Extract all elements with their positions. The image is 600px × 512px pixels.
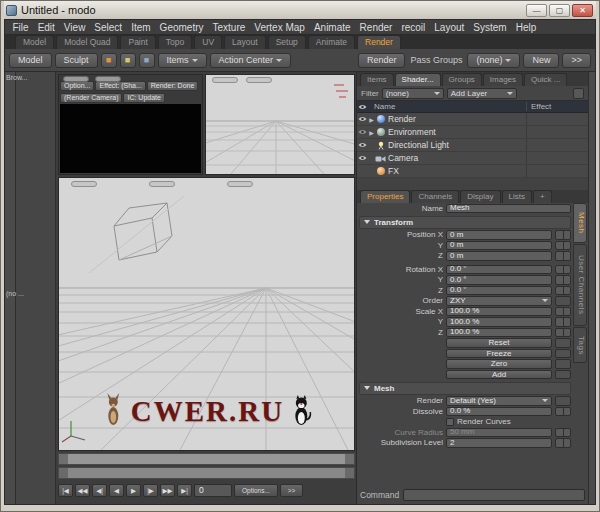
timeline-track[interactable]	[58, 453, 355, 465]
tab-setup[interactable]: Setup	[268, 35, 306, 49]
freeze-button[interactable]: Freeze	[446, 349, 552, 359]
menu-view[interactable]: View	[59, 22, 90, 33]
maximize-button[interactable]: ▢	[549, 4, 570, 17]
tab-images[interactable]: Images	[483, 73, 523, 86]
item-row-environment[interactable]: ▶ Environment	[357, 126, 588, 139]
channel-buttons[interactable]	[555, 241, 571, 251]
command-input[interactable]	[403, 489, 585, 501]
channel-buttons[interactable]	[555, 265, 571, 275]
tab-add[interactable]: +	[533, 190, 552, 203]
tab-shader[interactable]: Shader...	[395, 73, 441, 86]
menu-file[interactable]: File	[8, 22, 33, 33]
visibility-toggle[interactable]	[357, 155, 368, 161]
menu-geometry[interactable]: Geometry	[155, 22, 208, 33]
expand-arrow-icon[interactable]: ▶	[368, 116, 375, 123]
tab-paint[interactable]: Paint	[120, 35, 155, 49]
menu-help[interactable]: Help	[511, 22, 541, 33]
browser-strip[interactable]: Brow... (no ...	[5, 72, 16, 504]
channel-buttons[interactable]	[555, 286, 571, 296]
item-label[interactable]: Render	[386, 114, 526, 124]
browser-tab-label[interactable]: Brow...	[6, 74, 27, 81]
viewport-pill[interactable]	[246, 77, 272, 83]
visibility-toggle[interactable]	[357, 129, 368, 135]
visibility-toggle[interactable]	[357, 116, 368, 122]
tab-display[interactable]: Display	[460, 190, 500, 203]
tab-render[interactable]: Render	[357, 35, 401, 49]
render-camera-button[interactable]: (Render Camera)	[60, 93, 122, 103]
collapsed-viewport-label[interactable]: (no ...	[6, 290, 24, 297]
position-x-field[interactable]: 0 m	[446, 230, 552, 240]
play-reverse-button[interactable]: ◀	[109, 484, 124, 497]
side-tab-mesh[interactable]: Mesh	[573, 203, 587, 243]
menu-select[interactable]: Select	[90, 22, 127, 33]
ic-update-button[interactable]: IC: Update	[123, 93, 164, 103]
channel-buttons[interactable]	[555, 230, 571, 240]
tab-uv[interactable]: UV	[194, 35, 222, 49]
next-keyframe-button[interactable]: ▶▶	[160, 484, 175, 497]
tab-animate[interactable]: Animate	[308, 35, 355, 49]
render-curves-checkbox[interactable]	[446, 418, 454, 426]
rotation-x-field[interactable]: 0.0 °	[446, 265, 552, 275]
pass-groups-dropdown[interactable]: (none)	[467, 53, 520, 68]
side-tab-user-channels[interactable]: User Channels	[573, 244, 587, 326]
play-button[interactable]: ▶	[126, 484, 141, 497]
viewport-pill[interactable]	[95, 76, 121, 82]
position-y-field[interactable]: 0 m	[446, 241, 552, 251]
items-mode-dropdown[interactable]: Items	[158, 53, 207, 68]
side-tab-tags[interactable]: Tags	[573, 327, 587, 363]
rotation-z-field[interactable]: 0.0 °	[446, 286, 552, 296]
tab-lists[interactable]: Lists	[502, 190, 532, 203]
freeze-popup-button[interactable]	[555, 349, 571, 359]
expand-arrow-icon[interactable]: ▶	[368, 129, 375, 136]
add-popup-button[interactable]	[555, 370, 571, 380]
sculpt-mode-button[interactable]: Sculpt	[55, 53, 98, 68]
tab-topo[interactable]: Topo	[158, 35, 192, 49]
go-to-start-button[interactable]: |◀	[58, 484, 73, 497]
toolbar-overflow-button[interactable]: >>	[562, 53, 591, 68]
preview-effect-button[interactable]: Effect: (Sha...	[95, 81, 145, 91]
add-button[interactable]: Add	[446, 370, 552, 380]
action-center-dropdown[interactable]: Action Center	[210, 53, 292, 68]
mini-viewport[interactable]	[205, 74, 355, 175]
model-mode-button[interactable]: Model	[9, 53, 52, 68]
prev-keyframe-button[interactable]: ◀◀	[75, 484, 90, 497]
scale-z-field[interactable]: 100.0 %	[446, 328, 552, 338]
add-layer-dropdown[interactable]: Add Layer	[447, 88, 517, 99]
rotation-y-field[interactable]: 0.0 °	[446, 275, 552, 285]
zero-button[interactable]: Zero	[446, 359, 552, 369]
item-label[interactable]: Camera	[386, 153, 526, 163]
timeline-options-button[interactable]: Options...	[234, 484, 278, 497]
viewport-pill[interactable]	[227, 181, 253, 187]
viewport-pill[interactable]	[149, 181, 175, 187]
item-tool-icon[interactable]: ■	[139, 53, 155, 68]
scale-x-field[interactable]: 100.0 %	[446, 307, 552, 317]
step-back-button[interactable]: ◀|	[92, 484, 107, 497]
cube-tool-icon[interactable]: ■	[101, 53, 117, 68]
tab-layout[interactable]: Layout	[224, 35, 266, 49]
channel-buttons[interactable]	[555, 307, 571, 317]
render-popup-button[interactable]	[555, 396, 571, 406]
item-row-render[interactable]: ▶ Render	[357, 113, 588, 126]
render-dropdown[interactable]: Default (Yes)	[446, 396, 552, 406]
tab-model-quad[interactable]: Model Quad	[56, 35, 118, 49]
order-popup-button[interactable]	[555, 296, 571, 306]
menu-animate[interactable]: Animate	[309, 22, 355, 33]
zero-popup-button[interactable]	[555, 359, 571, 369]
channel-buttons[interactable]	[555, 317, 571, 327]
tab-quick[interactable]: Quick ...	[524, 73, 567, 86]
pivot-tool-icon[interactable]: ■	[120, 53, 136, 68]
item-row-directional-light[interactable]: Directional Light	[357, 139, 588, 152]
menu-texture[interactable]: Texture	[208, 22, 250, 33]
effect-column-header[interactable]: Effect	[526, 102, 588, 111]
reset-popup-button[interactable]	[555, 338, 571, 348]
subdivision-field[interactable]: 2	[446, 438, 552, 448]
order-dropdown[interactable]: ZXY	[446, 296, 552, 306]
position-z-field[interactable]: 0 m	[446, 251, 552, 261]
preview-options-button[interactable]: Option...	[60, 81, 94, 91]
name-field[interactable]: Mesh	[446, 204, 571, 214]
minimize-button[interactable]: —	[526, 4, 547, 17]
channel-buttons[interactable]	[555, 407, 571, 417]
menu-layout[interactable]: Layout	[430, 22, 469, 33]
main-viewport[interactable]: CWER.RU	[58, 177, 355, 451]
menu-render[interactable]: Render	[355, 22, 397, 33]
